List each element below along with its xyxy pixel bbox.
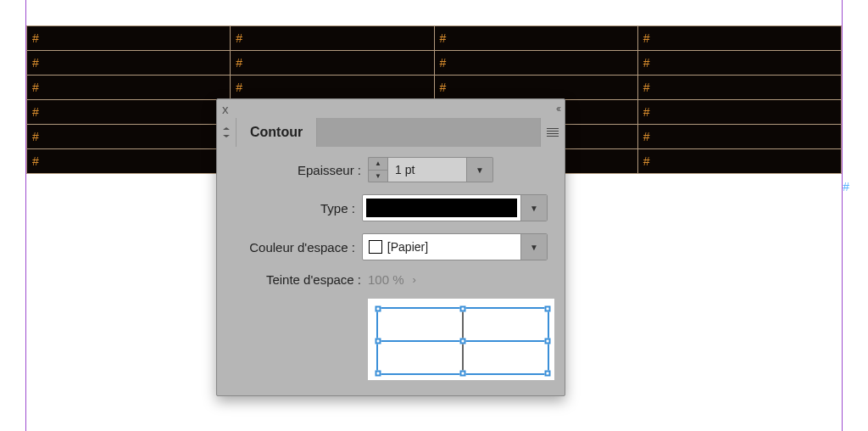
chevron-down-icon[interactable]: ▼	[520, 234, 547, 260]
chevron-up-icon[interactable]: ▲	[369, 158, 387, 171]
table-cell[interactable]: #	[637, 125, 841, 149]
chevron-down-icon[interactable]: ▼	[369, 171, 387, 182]
stroke-type-swatch	[366, 199, 517, 217]
weight-stepper[interactable]: ▲ ▼	[368, 157, 387, 182]
table-cell[interactable]: #	[231, 51, 434, 76]
table-cell[interactable]: #	[434, 26, 637, 51]
row-gap-tint: Teinte d'espace : 100 % ›	[234, 272, 548, 287]
collapse-icon[interactable]: ‹‹	[556, 103, 559, 115]
weight-dropdown-icon[interactable]: ▼	[467, 157, 493, 182]
row-weight: Epaisseur : ▲ ▼ ▼	[234, 157, 548, 182]
chevron-right-icon[interactable]: ›	[413, 273, 416, 286]
gap-tint-value: 100 %	[368, 272, 404, 287]
hidden-character-marker: #	[843, 180, 849, 193]
table-cell[interactable]: #	[637, 149, 841, 174]
gap-color-swatch	[369, 240, 382, 254]
type-label: Type :	[234, 201, 362, 216]
table-cell[interactable]: #	[434, 51, 637, 76]
table-cell[interactable]: #	[434, 76, 637, 100]
table-cell[interactable]: #	[27, 149, 231, 174]
table-cell[interactable]: #	[637, 26, 841, 51]
stroke-proxy-preview[interactable]	[368, 299, 554, 380]
table-cell[interactable]: #	[27, 125, 231, 149]
table-cell[interactable]: #	[637, 76, 841, 100]
row-type: Type : ▼	[234, 194, 548, 221]
panel-titlebar[interactable]: x ‹‹	[217, 99, 565, 118]
stroke-panel: x ‹‹ Contour Epaisseur : ▲ ▼ ▼	[216, 98, 565, 396]
gap-color-dropdown[interactable]: [Papier] ▼	[362, 233, 548, 260]
panel-tabstrip: Contour	[217, 118, 565, 147]
table-cell[interactable]: #	[27, 51, 231, 76]
weight-label: Epaisseur :	[234, 163, 368, 177]
gap-tint-label: Teinte d'espace :	[234, 272, 368, 287]
table-cell[interactable]: #	[27, 76, 231, 100]
panel-body: Epaisseur : ▲ ▼ ▼ Type : ▼ Couleur d'esp…	[217, 147, 565, 395]
tab-cycle-icon[interactable]	[217, 118, 236, 147]
gap-color-value: [Papier]	[387, 234, 520, 260]
tab-stroke[interactable]: Contour	[236, 118, 317, 147]
table-cell[interactable]: #	[637, 51, 841, 76]
stroke-type-dropdown[interactable]: ▼	[362, 194, 548, 221]
gap-color-label: Couleur d'espace :	[234, 240, 362, 255]
table-cell[interactable]: #	[27, 26, 231, 51]
weight-input[interactable]	[387, 157, 467, 182]
table-cell[interactable]: #	[231, 76, 434, 100]
table-cell[interactable]: #	[27, 100, 231, 125]
chevron-down-icon[interactable]: ▼	[520, 195, 547, 221]
row-gap-color: Couleur d'espace : [Papier] ▼	[234, 233, 548, 260]
table-cell[interactable]: #	[231, 26, 434, 51]
flyout-menu-icon[interactable]	[540, 118, 565, 147]
close-icon[interactable]: x	[222, 103, 229, 115]
table-cell[interactable]: #	[637, 100, 841, 125]
